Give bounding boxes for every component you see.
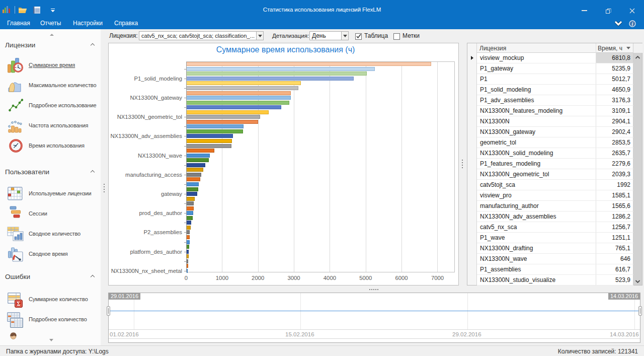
svg-text:i: i [632, 21, 633, 27]
svg-text:Σ: Σ [17, 301, 21, 307]
